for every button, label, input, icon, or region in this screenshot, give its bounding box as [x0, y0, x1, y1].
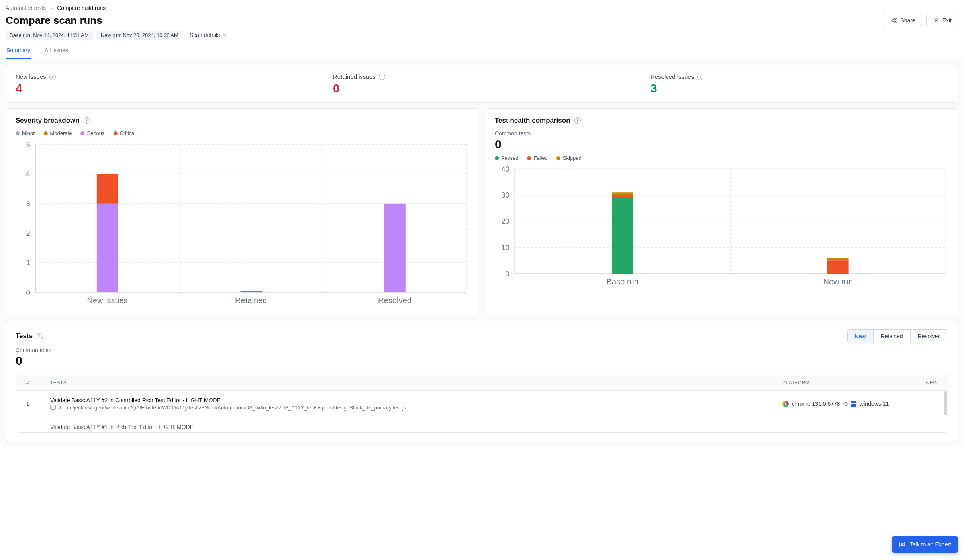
- chrome-icon: [782, 401, 789, 407]
- seg-new[interactable]: New: [848, 330, 873, 343]
- scrollbar-thumb[interactable]: [944, 391, 947, 415]
- svg-text:Base run: Base run: [607, 277, 639, 286]
- exit-button[interactable]: Exit: [926, 14, 958, 27]
- dot-icon: [495, 156, 499, 160]
- table-row[interactable]: Validate Basic A11Y #1 in Rich Text Edit…: [16, 417, 948, 432]
- svg-line-4: [893, 21, 895, 22]
- svg-rect-23: [97, 204, 118, 292]
- svg-text:5: 5: [26, 140, 30, 149]
- info-icon[interactable]: i: [574, 117, 581, 124]
- test-health-card: Test health comparison i Common tests 0 …: [485, 108, 958, 315]
- svg-text:1: 1: [26, 258, 30, 267]
- svg-text:Resolved: Resolved: [378, 296, 411, 305]
- svg-text:30: 30: [501, 191, 509, 199]
- dot-icon: [556, 156, 560, 160]
- breadcrumb-root[interactable]: Automated tests: [6, 5, 46, 11]
- test-name: Validate Basic A11Y #2 in Controlled Ric…: [50, 397, 782, 403]
- tests-filter-segments: New Retained Resolved: [847, 329, 948, 343]
- svg-text:Retained: Retained: [235, 296, 267, 305]
- severity-chart: 012345New issuesRetainedResolved: [16, 140, 469, 307]
- chevron-right-icon: ›: [51, 5, 52, 11]
- windows-icon: [851, 401, 856, 407]
- svg-text:40: 40: [501, 165, 509, 173]
- svg-rect-26: [240, 291, 262, 292]
- svg-text:New run: New run: [823, 277, 853, 286]
- svg-text:0: 0: [506, 270, 509, 278]
- stat-retained-value: 0: [333, 82, 631, 94]
- severity-breakdown-card: Severity breakdown i Minor Moderate Seri…: [6, 108, 479, 315]
- table-row[interactable]: 1 Validate Basic A11Y #2 in Controlled R…: [16, 390, 948, 417]
- seg-resolved[interactable]: Resolved: [910, 330, 948, 343]
- stat-resolved-value: 3: [651, 82, 948, 94]
- new-run-pill: New run: Nov 20, 2024, 10:26 AM: [97, 31, 182, 40]
- dot-icon: [44, 131, 48, 135]
- svg-rect-28: [384, 204, 406, 292]
- table-header: # TESTS PLATFORM NEW: [16, 375, 948, 390]
- svg-rect-47: [827, 260, 849, 274]
- svg-rect-44: [612, 195, 633, 198]
- tab-all-issues[interactable]: All issues: [44, 42, 69, 59]
- tab-summary[interactable]: Summary: [6, 42, 31, 59]
- svg-text:10: 10: [501, 243, 509, 252]
- info-icon[interactable]: i: [697, 74, 703, 80]
- tests-card: Tests i New Retained Resolved Common tes…: [6, 321, 958, 441]
- scan-details-toggle[interactable]: Scan details: [186, 30, 230, 40]
- health-common-value: 0: [495, 137, 948, 151]
- tests-table: # TESTS PLATFORM NEW 1 Validate Basic A1…: [16, 375, 948, 433]
- breadcrumb-current: Compare build runs: [57, 5, 106, 11]
- dot-icon: [16, 131, 20, 135]
- svg-line-3: [893, 19, 895, 20]
- stat-new-value: 4: [16, 82, 313, 94]
- dot-icon: [527, 156, 531, 160]
- issue-stats-card: New issues i 4 Retained issues i 0 Resol…: [6, 65, 958, 103]
- svg-text:3: 3: [26, 199, 30, 208]
- info-icon[interactable]: i: [37, 333, 43, 339]
- stat-retained-issues: Retained issues i 0: [323, 65, 641, 102]
- dot-icon: [114, 131, 118, 135]
- dot-icon: [80, 131, 84, 135]
- health-chart: 010203040Base runNew run: [495, 165, 948, 288]
- page-title: Compare scan runs: [6, 14, 102, 27]
- info-icon[interactable]: i: [49, 74, 56, 80]
- severity-legend: Minor Moderate Serious Critical: [16, 130, 469, 136]
- test-name: Validate Basic A11Y #1 in Rich Text Edit…: [50, 424, 782, 430]
- close-icon: [933, 17, 939, 23]
- seg-retained[interactable]: Retained: [873, 330, 910, 343]
- svg-text:New issues: New issues: [87, 296, 128, 305]
- svg-rect-45: [612, 192, 633, 195]
- folder-icon: [50, 405, 56, 410]
- svg-text:20: 20: [501, 217, 509, 225]
- test-path: /home/jenkins/agent/workspace/QA/Fronten…: [58, 405, 406, 411]
- breadcrumb: Automated tests › Compare build runs: [6, 5, 958, 11]
- svg-text:4: 4: [26, 170, 30, 178]
- chevron-down-icon: [222, 33, 227, 37]
- stat-new-issues: New issues i 4: [6, 65, 323, 102]
- svg-rect-43: [612, 198, 633, 274]
- svg-text:0: 0: [26, 288, 30, 297]
- info-icon[interactable]: i: [84, 117, 90, 124]
- svg-rect-24: [97, 174, 118, 203]
- share-icon: [891, 17, 897, 23]
- tests-common-value: 0: [16, 354, 948, 368]
- info-icon[interactable]: i: [379, 74, 385, 80]
- svg-rect-48: [827, 258, 849, 261]
- base-run-pill: Base run: Nov 14, 2024, 11:31 AM: [6, 31, 93, 40]
- health-legend: Passed Failed Skipped: [495, 155, 948, 161]
- view-tabs: Summary All issues: [6, 42, 958, 59]
- stat-resolved-issues: Resolved issues i 3: [641, 65, 958, 102]
- svg-text:2: 2: [26, 229, 30, 237]
- share-button[interactable]: Share: [884, 14, 922, 27]
